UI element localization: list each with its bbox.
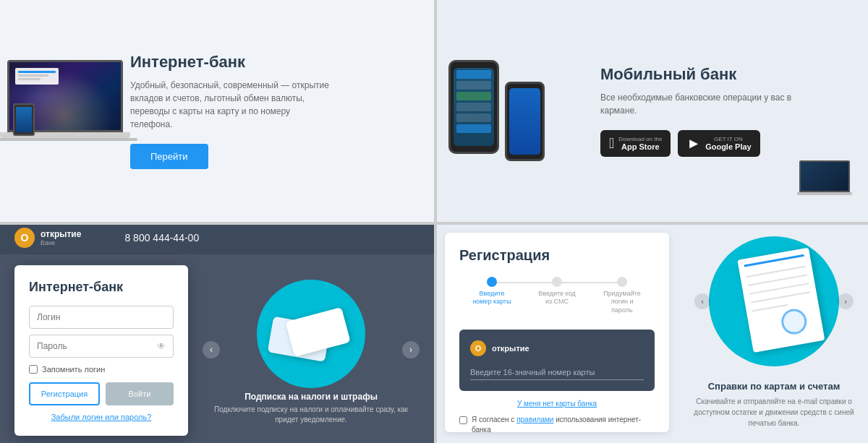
carousel-desc: Подключите подписку на налоги и оплачива…	[195, 405, 427, 425]
login-buttons: Регистрация Войти	[29, 382, 174, 405]
reg-title: Регистрация	[459, 247, 655, 264]
steps-row: Введите номер карты Введите код из СМС П…	[459, 277, 655, 315]
step-1-dot	[487, 277, 497, 287]
mobile-bank-title: Мобильный банк	[600, 65, 846, 84]
reg-form-box: О открытие	[459, 330, 655, 391]
panel-mobile-bank: Мобильный банк Все необходимые банковски…	[434, 0, 868, 222]
carousel-bottom-left: ‹ › Подписка на налоги и штрафы Подключи…	[195, 265, 427, 436]
mobile-bank-content: Мобильный банк Все необходимые банковски…	[600, 65, 846, 157]
reg-right-desc: Скачивайте и отправляйте на e-mail справ…	[691, 396, 857, 429]
terms-label: Я согласен с правилами использования инт…	[472, 415, 655, 435]
apple-icon: 	[609, 135, 614, 152]
panel-login: О открытие Банк 8 800 444-44-00 Интернет…	[0, 222, 434, 444]
app-store-button[interactable]:  Download on the App Store	[600, 130, 671, 157]
eye-icon[interactable]: 👁	[157, 341, 166, 351]
carousel-nav: ‹ ›	[195, 341, 427, 358]
reg-right-panel: ‹ › Справки по картам и счетам Скачивайт…	[680, 222, 868, 444]
remember-label: Запомнить логин	[42, 365, 105, 374]
carousel-text: Подписка на налоги и штрафы Подключите п…	[195, 392, 427, 425]
card-number-input[interactable]	[470, 365, 644, 380]
carousel-title: Подписка на налоги и штрафы	[195, 392, 427, 402]
step-2: Введите код из СМС	[524, 277, 590, 306]
reg-carousel-nav: ‹ ›	[691, 293, 857, 309]
terms-prefix: Я согласен с	[472, 416, 516, 423]
carousel-prev[interactable]: ‹	[203, 341, 220, 358]
step-3-dot	[617, 277, 627, 287]
panel-registration: Регистрация Введите номер карты Введите …	[434, 222, 868, 444]
phone-small	[505, 82, 545, 161]
remember-checkbox[interactable]	[29, 365, 38, 374]
otkrytie-logo: О открытие Банк	[14, 228, 81, 248]
login-input[interactable]	[29, 306, 174, 329]
password-field: 👁	[29, 335, 174, 358]
vertical-divider	[434, 0, 437, 443]
panel-internet-bank: Интернет-банк Удобный, безопасный, совре…	[0, 0, 434, 222]
registration-card: Регистрация Введите номер карты Введите …	[445, 233, 669, 433]
terms-link[interactable]: правилами	[516, 416, 553, 423]
register-button[interactable]: Регистрация	[29, 382, 100, 405]
carousel-circle	[257, 280, 365, 388]
laptop-mockup	[7, 60, 152, 161]
phone-small-screen	[509, 88, 540, 155]
laptop-right	[799, 160, 857, 200]
logo-icon: О	[14, 228, 35, 248]
logo-text: открытие Банк	[41, 229, 81, 246]
reg-right-title: Справки по картам и счетам	[691, 381, 857, 392]
doc-stamp	[780, 306, 809, 336]
internet-bank-content: Интернет-банк Удобный, безопасный, совре…	[130, 53, 412, 169]
reg-carousel-next[interactable]: ›	[838, 293, 854, 309]
tablet-mini	[13, 103, 35, 136]
google-play-button[interactable]: ► GET IT ON Google Play	[678, 130, 760, 157]
step-2-dot	[552, 277, 562, 287]
reg-logo-text: открытие	[492, 344, 529, 353]
google-play-text: GET IT ON Google Play	[705, 136, 752, 151]
google-play-icon: ►	[686, 135, 701, 152]
login-card: Интернет-банк 👁 Запомнить логин Регистра…	[14, 265, 188, 436]
doc-circle-container: ‹ ›	[691, 236, 857, 366]
phones-mockup	[448, 60, 545, 161]
app-store-text: Download on the App Store	[618, 136, 662, 151]
remember-row: Запомнить логин	[29, 365, 174, 374]
phone-big-screen	[454, 68, 494, 146]
step-3: Придумайте логин и пароль	[590, 277, 655, 315]
password-input[interactable]	[37, 341, 157, 351]
page-container: Интернет-банк Удобный, безопасный, совре…	[0, 0, 868, 443]
step-1-label: Введите номер карты	[470, 290, 514, 306]
terms-checkbox[interactable]	[459, 416, 467, 424]
phone-big	[448, 60, 499, 154]
bank-header: О открытие Банк 8 800 444-44-00	[0, 222, 434, 254]
no-card-link[interactable]: У меня нет карты банка	[459, 400, 655, 408]
phone-number: 8 800 444-44-00	[124, 232, 199, 244]
login-button[interactable]: Войти	[106, 382, 174, 405]
internet-bank-title: Интернет-банк	[130, 53, 412, 72]
step-3-label: Придумайте логин и пароль	[600, 290, 644, 315]
reg-logo-icon: О	[470, 340, 486, 356]
reg-carousel-prev[interactable]: ‹	[694, 293, 710, 309]
terms-row: Я согласен с правилами использования инт…	[459, 415, 655, 435]
store-buttons-container:  Download on the App Store ► GET IT ON …	[600, 130, 846, 157]
laptop-foot	[0, 138, 137, 141]
forgot-link[interactable]: Забыли логин или пароль?	[29, 413, 174, 421]
step-1: Введите номер карты	[459, 277, 524, 306]
mobile-bank-description: Все необходимые банковские операции у ва…	[600, 91, 803, 117]
login-title: Интернет-банк	[29, 280, 174, 295]
reg-form-logo: О открытие	[470, 340, 644, 356]
internet-bank-description: Удобный, безопасный, современный — откры…	[130, 79, 333, 131]
carousel-next[interactable]: ›	[402, 341, 420, 358]
step-2-label: Введите код из СМС	[535, 290, 579, 306]
reg-right-text: Справки по картам и счетам Скачивайте и …	[691, 374, 857, 429]
